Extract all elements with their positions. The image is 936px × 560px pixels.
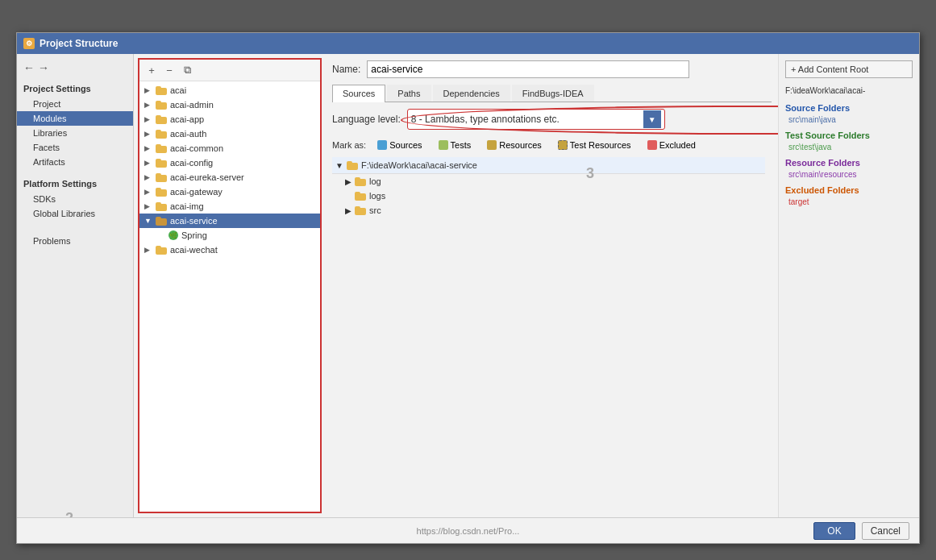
tree-expand-arrow[interactable]: ▼: [335, 161, 343, 170]
sources-icon: [377, 140, 387, 150]
module-toolbar: + − ⧉: [139, 60, 320, 81]
dialog-title: Project Structure: [40, 38, 118, 49]
tab-sources[interactable]: Sources: [332, 85, 385, 102]
test-source-folders-path: src\test\java: [785, 143, 913, 151]
tree-root-path: F:\ideaWork\acai\acai-service: [361, 160, 477, 170]
content-tree: ▼ F:\ideaWork\acai\acai-service ▶ log ▶ …: [332, 157, 765, 511]
module-acai-common[interactable]: ▶ acai-common: [139, 141, 320, 156]
language-level-select[interactable]: 8 - Lambdas, type annotations etc. ▼: [407, 109, 665, 130]
mark-as-label: Mark as:: [332, 140, 366, 150]
tree-folder-icon: [355, 192, 366, 201]
sidebar-item-global-libraries[interactable]: Global Libraries: [17, 206, 133, 221]
content-tree-area: ▼ F:\ideaWork\acai\acai-service ▶ log ▶ …: [332, 157, 772, 511]
module-acai-service[interactable]: ▼ acai-service: [139, 214, 320, 228]
mark-test-resources-button[interactable]: Test Resources: [553, 139, 636, 151]
forward-arrow[interactable]: →: [38, 61, 49, 74]
language-level-row: Language level: 8 - Lambdas, type annota…: [332, 109, 772, 130]
add-module-button[interactable]: +: [144, 63, 159, 77]
bottom-bar: https://blog.csdn.net/Pro... OK Cancel: [17, 517, 919, 543]
excluded-icon: [647, 140, 657, 150]
annotation-3: 3: [586, 165, 594, 182]
mark-as-row: Mark as: Sources Tests Resources Test Re…: [332, 139, 772, 151]
module-acai-eureka-server[interactable]: ▶ acai-eureka-server: [139, 170, 320, 185]
cancel-button[interactable]: Cancel: [862, 522, 909, 540]
name-input[interactable]: [367, 60, 689, 78]
language-level-dropdown[interactable]: ▼: [643, 110, 661, 128]
back-arrow[interactable]: ←: [23, 61, 35, 74]
module-acai-app[interactable]: ▶ acai-app: [139, 112, 320, 127]
mark-resources-button[interactable]: Resources: [482, 139, 547, 151]
tree-item-logs[interactable]: ▶ logs: [332, 189, 765, 203]
module-acai-admin[interactable]: ▶ acai-admin: [139, 97, 320, 112]
dialog-icon: ⚙: [23, 38, 35, 49]
main-panel: Name: Sources Paths Dependencies FindBug…: [326, 54, 778, 517]
ok-button[interactable]: OK: [813, 522, 855, 540]
resource-folders-title: Resource Folders: [785, 158, 913, 168]
expand-arrow: ▶: [144, 173, 152, 181]
project-structure-dialog: ⚙ Project Structure ← → Project Settings…: [16, 32, 920, 544]
folder-icon: [156, 202, 167, 211]
remove-module-button[interactable]: −: [162, 63, 177, 77]
expand-arrow: ▶: [144, 202, 152, 210]
module-spring[interactable]: 🌿 Spring: [139, 228, 320, 243]
spring-icon: 🌿: [168, 230, 178, 240]
platform-settings-header: Platform Settings: [17, 176, 133, 192]
expand-arrow: ▶: [144, 144, 152, 152]
tabs-row: Sources Paths Dependencies FindBugs-IDEA: [332, 85, 772, 102]
module-acai-gateway[interactable]: ▶ acai-gateway: [139, 185, 320, 199]
mark-tests-button[interactable]: Tests: [434, 139, 476, 151]
tree-item-log[interactable]: ▶ log: [332, 174, 765, 189]
sidebar-item-project[interactable]: Project: [17, 97, 133, 111]
mark-resources-label: Resources: [499, 140, 542, 150]
tab-dependencies[interactable]: Dependencies: [433, 85, 510, 102]
sidebar-item-artifacts[interactable]: Artifacts: [17, 155, 133, 169]
expand-arrow: ▶: [144, 101, 152, 109]
sidebar-item-sdks[interactable]: SDKs: [17, 192, 133, 206]
test-source-folders-title: Test Source Folders: [785, 131, 913, 140]
tab-findbugs[interactable]: FindBugs-IDEA: [512, 85, 594, 102]
expand-arrow: ▶: [144, 188, 152, 196]
language-level-label: Language level:: [332, 114, 401, 125]
module-acai-auth[interactable]: ▶ acai-auth: [139, 127, 320, 141]
tree-root-item[interactable]: ▼ F:\ideaWork\acai\acai-service: [332, 157, 765, 174]
expand-arrow: ▶: [144, 86, 152, 94]
right-path-display: F:\ideaWork\acai\acai-: [785, 86, 913, 95]
module-acai-config[interactable]: ▶ acai-config: [139, 156, 320, 170]
folder-icon: [156, 159, 167, 168]
expand-arrow: ▶: [144, 130, 152, 138]
sidebar-item-libraries[interactable]: Libraries: [17, 126, 133, 140]
module-list-panel: + − ⧉ ▶ acai ▶ acai-admin ▶ acai: [138, 58, 322, 513]
watermark: https://blog.csdn.net/Pro...: [417, 526, 520, 536]
right-panel: + Add Content Root F:\ideaWork\acai\acai…: [778, 54, 919, 517]
tree-arrow[interactable]: ▶: [345, 177, 352, 186]
tree-root-folder-icon: [347, 161, 358, 170]
excluded-folders-path: target: [785, 197, 913, 206]
expand-arrow: ▶: [144, 246, 152, 254]
tree-arrow[interactable]: ▶: [345, 206, 352, 215]
add-content-root-button[interactable]: + Add Content Root: [785, 60, 913, 78]
module-acai[interactable]: ▶ acai: [139, 83, 320, 97]
folder-icon: [156, 188, 167, 197]
tree-item-src[interactable]: ▶ src: [332, 203, 765, 218]
folder-icon: [156, 217, 167, 226]
copy-module-button[interactable]: ⧉: [180, 63, 194, 77]
mark-excluded-label: Excluded: [659, 140, 696, 150]
sidebar-item-modules[interactable]: Modules: [17, 111, 133, 126]
expand-arrow: ▶: [144, 115, 152, 123]
resources-icon: [487, 140, 497, 150]
folder-icon: [156, 144, 167, 153]
mark-test-resources-label: Test Resources: [570, 140, 631, 150]
module-acai-wechat[interactable]: ▶ acai-wechat: [139, 243, 320, 257]
folder-icon: [156, 130, 167, 139]
mark-excluded-button[interactable]: Excluded: [643, 139, 701, 151]
test-resources-icon: [558, 140, 568, 150]
folder-icon: [156, 115, 167, 124]
tab-paths[interactable]: Paths: [387, 85, 431, 102]
sidebar-item-facets[interactable]: Facets: [17, 140, 133, 155]
mark-sources-button[interactable]: Sources: [372, 139, 426, 151]
module-acai-img[interactable]: ▶ acai-img: [139, 199, 320, 214]
excluded-folders-title: Excluded Folders: [785, 185, 913, 195]
name-label: Name:: [332, 64, 360, 75]
sidebar-item-problems[interactable]: Problems: [17, 234, 133, 248]
expand-arrow: ▶: [144, 159, 152, 167]
